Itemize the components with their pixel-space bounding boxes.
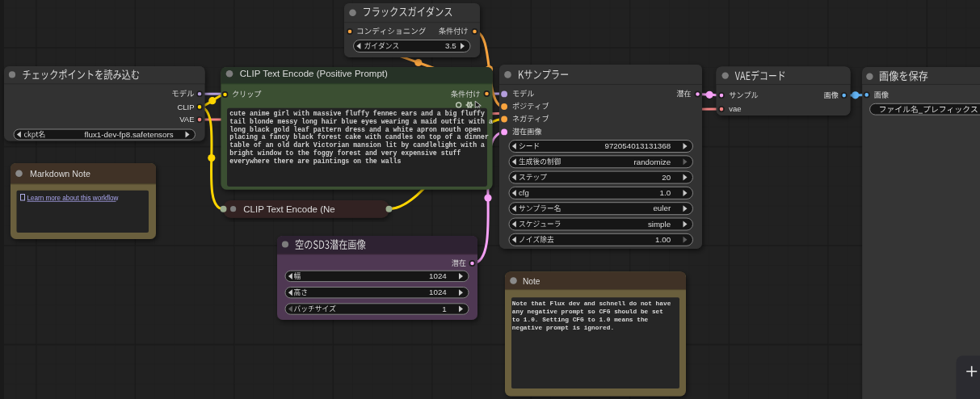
svg-text:flux1-dev-fp8.safetensors: flux1-dev-fp8.safetensors (85, 130, 174, 139)
svg-text:euler: euler (653, 204, 671, 212)
svg-text:placing a fancy black forest c: placing a fancy black forest cake with c… (229, 133, 489, 141)
svg-text:negative prompt is ignored.: negative prompt is ignored. (512, 325, 614, 331)
svg-text:simple: simple (648, 220, 671, 229)
svg-text:Note that Flux dev and schnell: Note that Flux dev and schnell do not ha… (512, 300, 671, 307)
svg-text:3.5: 3.5 (445, 41, 456, 50)
svg-text:CLIP Text Encode (Positive Pro: CLIP Text Encode (Positive Prompt) (240, 69, 388, 78)
svg-text:972054013131368: 972054013131368 (604, 141, 671, 150)
svg-text:VAE: VAE (179, 115, 194, 124)
svg-text:bright window to the foggy for: bright window to the foggy forest and ve… (229, 149, 461, 157)
svg-text:Learn more about this workflow: Learn more about this workflow (27, 195, 119, 202)
svg-text:20: 20 (662, 173, 671, 182)
svg-text:1024: 1024 (429, 271, 447, 280)
svg-text:table of an old dark Victorian: table of an old dark Victorian mansion l… (229, 141, 485, 149)
svg-text:to 1.0. Setting CFG to 1.0 mea: to 1.0. Setting CFG to 1.0 means the (512, 317, 649, 323)
svg-text:long black gold leaf pattern d: long black gold leaf pattern dress and a… (229, 126, 481, 133)
svg-text:1: 1 (442, 304, 446, 313)
svg-text:tail blonde messy long hair bl: tail blonde messy long hair blue eyes we… (229, 118, 493, 125)
svg-text:any negative prompt so CFG sho: any negative prompt so CFG should be set (512, 309, 663, 315)
svg-text:randomize: randomize (633, 158, 671, 166)
svg-text:vae: vae (729, 104, 741, 113)
svg-text:CLIP Text Encode (Ne: CLIP Text Encode (Ne (243, 204, 334, 214)
svg-text:1024: 1024 (429, 288, 447, 296)
svg-text:1.00: 1.00 (655, 235, 671, 244)
svg-text:1.0: 1.0 (660, 188, 671, 197)
svg-text:cute anime girl with massive f: cute anime girl with massive fluffy fenn… (229, 110, 485, 117)
svg-text:Markdown Note: Markdown Note (30, 169, 90, 178)
svg-text:CLIP: CLIP (177, 103, 194, 111)
svg-text:everywhere there are paintings: everywhere there are paintings on the wa… (229, 158, 401, 165)
svg-text:cfg: cfg (519, 188, 529, 197)
svg-text:Note: Note (523, 277, 540, 286)
